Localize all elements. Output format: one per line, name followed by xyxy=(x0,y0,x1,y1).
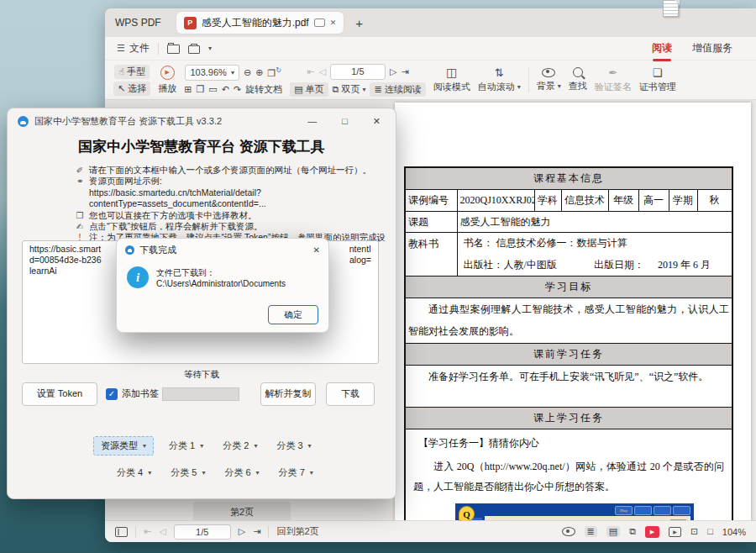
continuous-icon[interactable]: ≣ xyxy=(585,526,597,537)
set-token-button[interactable]: 设置 Token xyxy=(22,382,97,406)
auto-scroll-button[interactable]: ⇅ 自动滚动 ▾ xyxy=(478,67,521,93)
parse-copy-button[interactable]: 解析并复制 xyxy=(260,382,316,406)
first-page-icon[interactable]: ⇤ xyxy=(144,527,151,536)
status-zoom-level[interactable]: 104% xyxy=(722,527,746,537)
find-button[interactable]: 查找 xyxy=(569,67,587,92)
notepad-shortcut-icon[interactable] xyxy=(663,0,680,17)
status-page-indicator[interactable]: 1/5 xyxy=(174,524,231,540)
tab-close-icon[interactable]: ✕ xyxy=(330,18,337,27)
close-icon[interactable]: ✕ xyxy=(373,116,381,127)
last-page-icon[interactable]: ⇥ xyxy=(401,67,408,76)
continuous-read-button[interactable]: ≣ 连续阅读 xyxy=(370,82,425,97)
statusbar-right: ≣ ▤ ⧉ ▶ ▶ ⊡ □ 104% xyxy=(562,526,747,538)
tab-read[interactable]: 阅读 xyxy=(652,41,672,55)
autoscroll-icon: ⇅ xyxy=(495,67,504,78)
add-bookmark-checkbox[interactable]: ✓ 添加书签 xyxy=(106,387,159,400)
pre-task-text: 准备好学习任务单。可在手机上安装“讯飞听见”、“识之”软件。 xyxy=(405,366,732,408)
download-status-label: 等待下载 xyxy=(8,369,396,381)
divider xyxy=(135,526,136,538)
document-page-icon xyxy=(663,0,679,17)
document-tab[interactable]: P 感受人工智能的魅力.pdf ✕ xyxy=(176,12,344,34)
url-fragment: ntentI xyxy=(349,244,371,255)
rotate-right-icon[interactable]: ↷ xyxy=(234,85,241,94)
single-page-icon: ▤ xyxy=(294,85,302,94)
hand-tool-button[interactable]: ☝ 手型 xyxy=(114,65,150,79)
zoom-value: 103.96% xyxy=(190,67,226,77)
click-icon: ✍ xyxy=(75,221,85,232)
cursor-icon: ↖ xyxy=(118,84,125,93)
last-page-icon[interactable]: ⇥ xyxy=(253,527,260,536)
read-mode-button[interactable]: ◫ 阅读模式 xyxy=(433,66,470,93)
desktop: WPS PDF P 感受人工智能的魅力.pdf ✕ + ☰ 文件 ▾ 阅读 增值… xyxy=(0,0,756,553)
fit-screen-icon[interactable]: ⊡ xyxy=(690,527,698,536)
prev-page-icon[interactable]: ◁ xyxy=(159,527,165,536)
file-menu-label: 文件 xyxy=(129,41,150,55)
file-menu[interactable]: ☰ 文件 xyxy=(117,41,150,55)
chevron-down-icon[interactable]: ▾ xyxy=(208,45,212,52)
pencil-icon: ✐ xyxy=(75,165,85,176)
category-1-dropdown[interactable]: 分类 1▾ xyxy=(169,440,203,452)
crop-icon[interactable]: ▭ xyxy=(208,85,217,94)
tool-group-play[interactable]: ▶ 播放 xyxy=(158,66,176,95)
page2-button[interactable]: 第2页 xyxy=(193,502,291,521)
category-6-dropdown[interactable]: 分类 6▾ xyxy=(224,466,259,479)
print-icon[interactable] xyxy=(188,45,200,54)
blank-icon xyxy=(75,187,85,198)
prev-page-icon[interactable]: ◁ xyxy=(318,67,325,76)
single-page-button[interactable]: ▤ 单页 xyxy=(290,82,328,97)
ok-button[interactable]: 确定 xyxy=(268,305,318,324)
book-date: 2019 年 6 月 xyxy=(658,258,711,272)
cert-manage-button[interactable]: ❏ 证书管理 xyxy=(639,67,676,93)
url-fragment: https://basic.smart xyxy=(29,244,101,255)
category-5-dropdown[interactable]: 分类 5▾ xyxy=(171,466,205,479)
next-page-icon[interactable]: ▷ xyxy=(239,527,245,536)
category-2-dropdown[interactable]: 分类 2▾ xyxy=(223,440,257,452)
fit-page-icon[interactable]: ❒ xyxy=(196,85,204,94)
rotate-pages-icon[interactable]: ❐↻ xyxy=(267,67,281,78)
new-tab-button[interactable]: + xyxy=(355,16,363,30)
background-button[interactable]: 背景 ▾ xyxy=(537,68,561,92)
wps-menu-row: ☰ 文件 ▾ 阅读 增值服务 xyxy=(105,37,756,60)
verify-signature-button: ✒ 验证签名 xyxy=(595,67,632,93)
minimize-icon[interactable]: — xyxy=(307,116,317,127)
page-indicator-input[interactable]: 1/5 xyxy=(330,64,386,80)
category-7-dropdown[interactable]: 分类 7▾ xyxy=(279,466,313,479)
zoom-in-icon[interactable]: ⊕ xyxy=(255,68,263,77)
tool-group-pages: ⇤ ◁ 1/5 ▷ ⇥ ▤ 单页 ⧉ 双页 ▾ xyxy=(290,64,426,97)
wps-brand[interactable]: WPS PDF xyxy=(115,17,161,29)
tab-value-added-services[interactable]: 增值服务 xyxy=(692,41,732,55)
play-label: 播放 xyxy=(158,82,176,95)
close-icon[interactable]: ✕ xyxy=(313,245,320,255)
rotate-left-icon[interactable]: ↶ xyxy=(222,85,229,94)
back-to-page-link[interactable]: 回到第2页 xyxy=(276,525,318,538)
double-page-icon[interactable]: ⧉ xyxy=(629,527,636,536)
zoom-out-icon[interactable]: ⊖ xyxy=(244,68,251,77)
category-4-dropdown[interactable]: 分类 4▾ xyxy=(117,466,151,479)
tool-heading: 国家中小学智慧教育平台 资源下载工具 xyxy=(8,137,396,156)
resource-type-dropdown[interactable]: 资源类型 ▾ xyxy=(93,436,154,456)
category-row-2: 分类 4▾ 分类 5▾ 分类 6▾ 分类 7▾ xyxy=(117,466,313,479)
download-complete-dialog: 下载完成 ✕ i 文件已下载到：C:\Users\Administrator\D… xyxy=(116,238,329,333)
double-page-button[interactable]: ⧉ 双页 ▾ xyxy=(333,83,366,96)
category-3-dropdown[interactable]: 分类 3▾ xyxy=(276,440,311,452)
select-tool-button[interactable]: ↖ 选择 xyxy=(113,82,150,96)
open-folder-icon[interactable] xyxy=(167,45,180,54)
certificate-icon: ❏ xyxy=(653,67,663,78)
eye-icon[interactable] xyxy=(562,527,575,536)
fit-width-icon[interactable]: ⊞ xyxy=(184,85,192,94)
rotate-doc-label[interactable]: 旋转文档 xyxy=(245,83,282,96)
double-page-icon: ⧉ xyxy=(333,85,339,94)
comment-icon[interactable] xyxy=(314,18,325,27)
chevron-down-icon: ▾ xyxy=(254,442,257,450)
single-page-icon[interactable]: ▤ xyxy=(606,526,620,537)
next-page-icon[interactable]: ▷ xyxy=(390,67,396,76)
first-page-icon[interactable]: ⇤ xyxy=(307,67,314,76)
bookmark-icon[interactable]: □ xyxy=(707,527,713,536)
sidebar-toggle-icon[interactable] xyxy=(115,527,128,537)
maximize-icon[interactable]: □ xyxy=(342,116,348,127)
cell-value: 高一 xyxy=(638,190,669,212)
play-fullscreen-button[interactable]: ▶ xyxy=(645,526,659,538)
zoom-select[interactable]: 103.96% ▾ xyxy=(185,65,239,81)
play-in-page-icon[interactable]: ▶ xyxy=(669,527,681,537)
download-button[interactable]: 下载 xyxy=(326,382,375,406)
